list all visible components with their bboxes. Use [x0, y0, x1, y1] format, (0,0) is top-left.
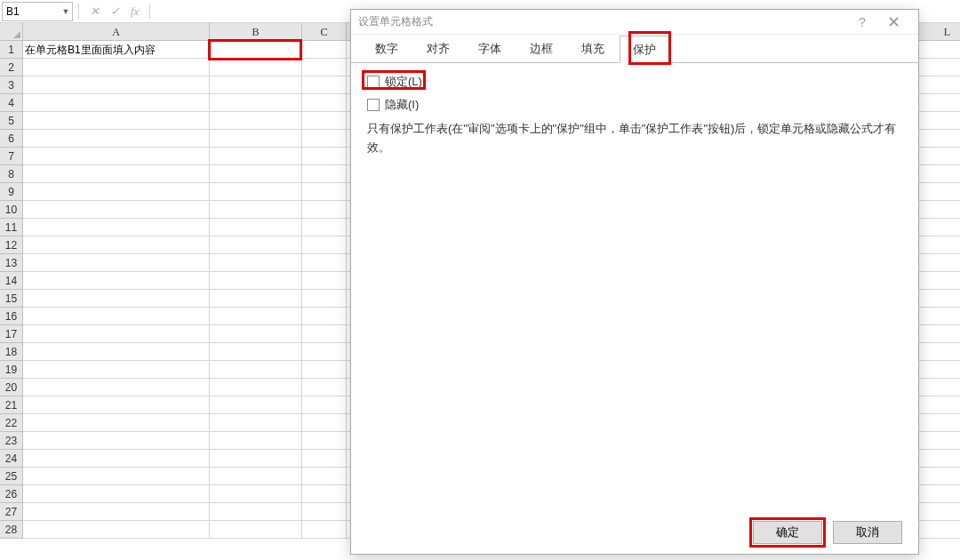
- cell[interactable]: [302, 148, 347, 165]
- cell[interactable]: [302, 254, 347, 272]
- cell[interactable]: [921, 485, 960, 503]
- row-header[interactable]: 12: [0, 236, 23, 254]
- cell[interactable]: [921, 432, 960, 450]
- cell[interactable]: [23, 112, 210, 130]
- row-header[interactable]: 7: [0, 148, 23, 165]
- hide-checkbox[interactable]: 隐藏(I): [367, 97, 902, 113]
- cell-c1[interactable]: [302, 41, 347, 59]
- cell[interactable]: [210, 272, 302, 290]
- cell[interactable]: [302, 361, 347, 379]
- cell[interactable]: [210, 503, 302, 521]
- row-header[interactable]: 1: [0, 41, 23, 59]
- cell-a1[interactable]: 在单元格B1里面面填入内容: [23, 41, 210, 59]
- row-header[interactable]: 11: [0, 219, 23, 236]
- cell[interactable]: [23, 396, 210, 414]
- cell[interactable]: [302, 521, 347, 539]
- cell[interactable]: [921, 343, 960, 361]
- cell[interactable]: [921, 325, 960, 343]
- row-header[interactable]: 9: [0, 183, 23, 201]
- row-header[interactable]: 18: [0, 343, 23, 361]
- cell[interactable]: [921, 219, 960, 236]
- ok-button[interactable]: 确定: [753, 521, 822, 544]
- cell[interactable]: [23, 59, 210, 76]
- cell[interactable]: [921, 414, 960, 432]
- cell[interactable]: [23, 468, 210, 485]
- cell[interactable]: [23, 165, 210, 183]
- row-header[interactable]: 22: [0, 414, 23, 432]
- cell[interactable]: [302, 325, 347, 343]
- cell[interactable]: [23, 325, 210, 343]
- cell[interactable]: [23, 379, 210, 396]
- row-header[interactable]: 16: [0, 308, 23, 325]
- cell[interactable]: [210, 219, 302, 236]
- cell[interactable]: [921, 130, 960, 148]
- row-header[interactable]: 21: [0, 396, 23, 414]
- cell[interactable]: [210, 59, 302, 76]
- row-header[interactable]: 27: [0, 503, 23, 521]
- cell[interactable]: [302, 183, 347, 201]
- cell[interactable]: [210, 254, 302, 272]
- cell[interactable]: [921, 76, 960, 94]
- tab-fill[interactable]: 填充: [568, 35, 618, 62]
- tab-border[interactable]: 边框: [516, 35, 566, 62]
- cell[interactable]: [23, 272, 210, 290]
- cell[interactable]: [302, 379, 347, 396]
- cell[interactable]: [210, 343, 302, 361]
- row-header[interactable]: 4: [0, 94, 23, 112]
- cell[interactable]: [302, 272, 347, 290]
- cell-l1[interactable]: [921, 41, 960, 59]
- cell[interactable]: [23, 219, 210, 236]
- cell[interactable]: [302, 201, 347, 219]
- tab-number[interactable]: 数字: [362, 35, 412, 62]
- cell[interactable]: [210, 290, 302, 308]
- select-all-corner[interactable]: [0, 23, 23, 41]
- confirm-icon[interactable]: ✓: [110, 4, 120, 18]
- cell[interactable]: [23, 130, 210, 148]
- cell[interactable]: [210, 201, 302, 219]
- cell[interactable]: [921, 201, 960, 219]
- cell[interactable]: [23, 201, 210, 219]
- cell[interactable]: [210, 236, 302, 254]
- cell[interactable]: [23, 432, 210, 450]
- row-header[interactable]: 5: [0, 112, 23, 130]
- cell[interactable]: [210, 450, 302, 468]
- cell[interactable]: [23, 308, 210, 325]
- cell[interactable]: [302, 112, 347, 130]
- tab-protect[interactable]: 保护: [620, 36, 669, 63]
- cell[interactable]: [23, 94, 210, 112]
- col-header-a[interactable]: A: [23, 23, 210, 41]
- cell[interactable]: [921, 183, 960, 201]
- row-header[interactable]: 20: [0, 379, 23, 396]
- cell[interactable]: [210, 325, 302, 343]
- cell[interactable]: [23, 343, 210, 361]
- cell[interactable]: [921, 521, 960, 539]
- cell[interactable]: [23, 236, 210, 254]
- cell[interactable]: [921, 254, 960, 272]
- cancel-icon[interactable]: ✕: [90, 4, 100, 18]
- cell[interactable]: [302, 343, 347, 361]
- cell[interactable]: [210, 361, 302, 379]
- cell[interactable]: [302, 219, 347, 236]
- cell[interactable]: [210, 379, 302, 396]
- cell[interactable]: [23, 254, 210, 272]
- row-header[interactable]: 13: [0, 254, 23, 272]
- cell[interactable]: [210, 148, 302, 165]
- cell[interactable]: [302, 450, 347, 468]
- cell[interactable]: [23, 503, 210, 521]
- cell[interactable]: [210, 468, 302, 485]
- cell[interactable]: [302, 165, 347, 183]
- cell[interactable]: [921, 272, 960, 290]
- cell[interactable]: [23, 521, 210, 539]
- lock-checkbox[interactable]: 锁定(L): [367, 74, 902, 90]
- cell[interactable]: [210, 183, 302, 201]
- row-header[interactable]: 3: [0, 76, 23, 94]
- row-header[interactable]: 26: [0, 485, 23, 503]
- cell[interactable]: [23, 414, 210, 432]
- cell[interactable]: [921, 290, 960, 308]
- row-header[interactable]: 14: [0, 272, 23, 290]
- col-header-b[interactable]: B: [210, 23, 302, 41]
- cell[interactable]: [210, 521, 302, 539]
- row-header[interactable]: 28: [0, 521, 23, 539]
- dropdown-icon[interactable]: ▼: [60, 7, 72, 16]
- cell[interactable]: [302, 503, 347, 521]
